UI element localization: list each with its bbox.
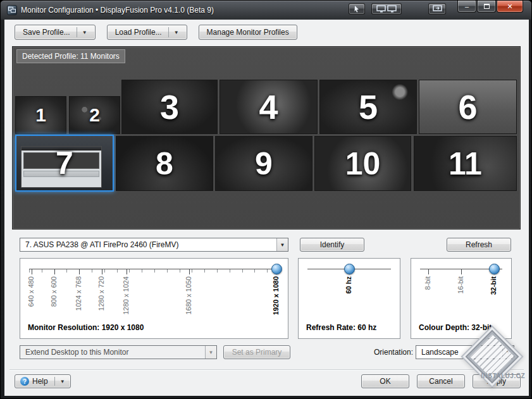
monitor-number: 8	[156, 145, 173, 182]
desktop-mode-dropdown[interactable]: Extend Desktop to this Monitor ▼	[20, 345, 217, 359]
resolution-tick-label-selected: 1920 x 1080	[272, 276, 280, 315]
monitor-thumbnail-8[interactable]: 8	[116, 136, 213, 191]
chevron-down-icon: ▼	[276, 238, 288, 251]
monitor-thumbnail-11[interactable]: 11	[414, 136, 517, 191]
chevron-down-icon: ▼	[205, 346, 216, 359]
refresh-rate-tick-label-selected: 60 hz	[345, 276, 352, 294]
ok-button[interactable]: OK	[361, 374, 409, 388]
resolution-tick-label: 1024 x 768	[75, 276, 82, 310]
resolution-tick-label: 1680 x 1050	[185, 276, 192, 315]
titlebar-span-monitors-button[interactable]	[371, 3, 402, 15]
resolution-slider-panel: 640 x 480 800 x 600 1024 x 768 1280 x 72…	[20, 258, 288, 339]
monitor-number: 6	[458, 87, 477, 126]
load-profile-label: Load Profile...	[115, 28, 162, 37]
monitor-thumbnail-3[interactable]: 3	[121, 80, 218, 134]
tick	[461, 269, 462, 274]
refresh-rate-slider-handle[interactable]	[344, 264, 355, 274]
desktop-mode-value: Extend Desktop to this Monitor	[20, 346, 205, 359]
resolution-value-label: Monitor Resolution: 1920 x 1080	[28, 323, 144, 332]
profile-toolbar: Save Profile... ▼ Load Profile... ▼ Mana…	[15, 25, 297, 40]
monitor-thumbnail-7-selected[interactable]: 7	[15, 135, 114, 192]
orientation-value: Landscape	[416, 346, 502, 359]
manage-monitor-profiles-button[interactable]: Manage Monitor Profiles	[199, 25, 297, 40]
close-icon: ✕	[507, 3, 512, 10]
colour-depth-slider-panel: 8-bit 16-bit 32-bit Colour Depth: 32-bit	[411, 258, 512, 339]
monitor-number: 2	[89, 104, 100, 126]
minimize-button[interactable]: –	[457, 1, 476, 13]
apply-label: Apply	[487, 377, 506, 386]
maximize-icon	[484, 4, 490, 9]
chevron-down-icon: ▼	[82, 30, 87, 35]
monitor-arrow-icon	[433, 5, 442, 13]
orientation-dropdown[interactable]: Landscape ▼	[416, 345, 514, 359]
window-title: Monitor Configuration • DisplayFusion Pr…	[21, 6, 214, 15]
slider-minor-ticks	[29, 269, 279, 273]
monitor-thumbnail-1[interactable]: 1	[15, 96, 66, 134]
tick	[54, 269, 55, 274]
monitor-icon	[387, 5, 397, 13]
help-button[interactable]: ? Help ▼	[15, 374, 71, 388]
tick	[102, 269, 102, 274]
save-profile-label: Save Profile...	[23, 28, 70, 37]
monitor-number: 9	[255, 145, 273, 182]
footer-separator	[9, 369, 524, 371]
colour-depth-tick-label: 8-bit	[424, 276, 431, 290]
cancel-label: Cancel	[429, 377, 452, 386]
window-controls: – ✕	[457, 1, 523, 13]
monitor-number: 7	[56, 145, 73, 181]
chevron-down-icon: ▼	[60, 379, 65, 384]
close-button[interactable]: ✕	[497, 1, 523, 13]
maximize-button[interactable]	[477, 1, 496, 13]
titlebar-move-window-button[interactable]	[349, 3, 365, 15]
monitor-select-value: 7. ASUS PA238 @ ATI FirePro 2460 (FireMV…	[20, 238, 276, 251]
identify-button[interactable]: Identify	[300, 238, 364, 252]
refresh-button[interactable]: Refresh	[447, 238, 511, 252]
monitor-thumbnail-10[interactable]: 10	[314, 136, 411, 191]
split-separator	[54, 377, 55, 386]
tick	[79, 269, 80, 274]
refresh-rate-slider-panel: 60 hz Refresh Rate: 60 hz	[298, 258, 400, 339]
monitor-number: 10	[345, 145, 381, 182]
colour-depth-value-label: Colour Depth: 32-bit	[419, 323, 492, 332]
titlebar-next-monitor-button[interactable]	[428, 3, 446, 15]
monitor-thumbnail-2[interactable]: 2	[69, 96, 120, 134]
tick	[428, 269, 429, 274]
monitor-number: 4	[259, 87, 278, 126]
resolution-slider-handle[interactable]	[271, 264, 282, 274]
monitor-layout-panel: Detected Profile: 11 Monitors 1 2 3 4 5 …	[12, 46, 521, 230]
cancel-button[interactable]: Cancel	[417, 374, 465, 388]
tick	[32, 269, 32, 274]
chevron-down-icon: ▼	[502, 346, 514, 359]
identify-label: Identify	[320, 240, 345, 249]
monitor-icon	[376, 5, 386, 13]
tick	[189, 269, 190, 274]
ok-label: OK	[380, 377, 390, 386]
monitor-thumbnail-5[interactable]: 5	[319, 80, 417, 134]
colour-depth-tick-label-selected: 32-bit	[490, 276, 497, 295]
load-profile-button[interactable]: Load Profile... ▼	[107, 25, 187, 40]
split-separator	[77, 27, 77, 37]
monitor-thumbnail-9[interactable]: 9	[215, 136, 312, 191]
help-label: Help	[32, 377, 48, 386]
set-as-primary-label: Set as Primary	[232, 348, 282, 357]
monitor-configuration-window: Monitor Configuration • DisplayFusion Pr…	[0, 0, 532, 399]
tick	[127, 269, 127, 274]
monitor-select-dropdown[interactable]: 7. ASUS PA238 @ ATI FirePro 2460 (FireMV…	[20, 238, 288, 252]
apply-button[interactable]: Apply	[473, 374, 521, 388]
save-profile-button[interactable]: Save Profile... ▼	[15, 25, 96, 40]
minimize-icon: –	[465, 3, 469, 10]
monitor-number: 5	[359, 87, 378, 126]
set-as-primary-button[interactable]: Set as Primary	[223, 345, 290, 359]
resolution-tick-label: 1280 x 720	[97, 276, 105, 310]
monitor-thumbnail-6[interactable]: 6	[419, 80, 517, 134]
manage-profiles-label: Manage Monitor Profiles	[207, 28, 289, 37]
refresh-rate-value-label: Refresh Rate: 60 hz	[306, 323, 376, 332]
displayfusion-app-icon	[7, 5, 17, 15]
split-separator	[168, 27, 169, 37]
colour-depth-slider-handle[interactable]	[489, 264, 500, 274]
monitor-thumbnail-4[interactable]: 4	[220, 80, 318, 134]
dialog-content: Save Profile... ▼ Load Profile... ▼ Mana…	[4, 20, 529, 396]
help-question-icon: ?	[20, 377, 29, 386]
refresh-label: Refresh	[466, 240, 492, 249]
orientation-label: Orientation:	[374, 348, 413, 357]
